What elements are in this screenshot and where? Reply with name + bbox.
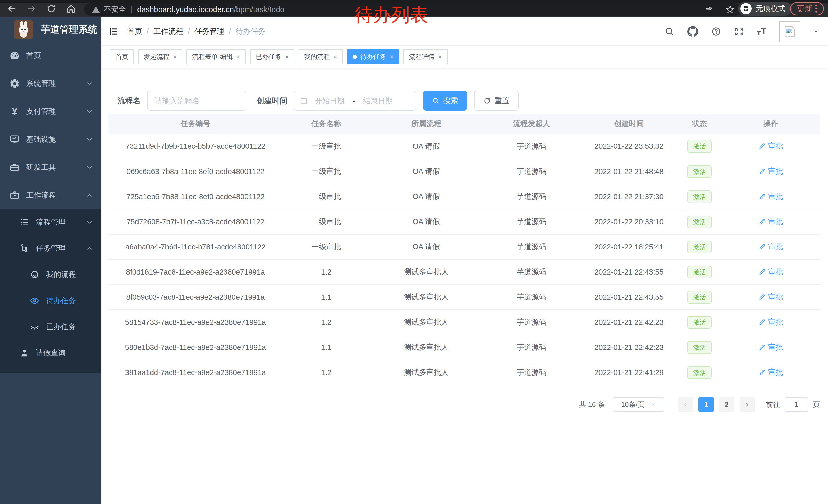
tags-view-tab[interactable]: 首页: [110, 49, 134, 64]
approve-link[interactable]: 审批: [758, 242, 783, 252]
sidebar-fold-icon[interactable]: [108, 27, 119, 37]
table-row: 381aa1dd-7ac8-11ec-a9e2-a2380e71991a1.2测…: [108, 360, 820, 385]
reset-button[interactable]: 重置: [474, 91, 519, 111]
starter-cell: 芋道源码: [483, 310, 580, 335]
sidebar-item-infrastructure[interactable]: 基础设施: [0, 125, 100, 153]
font-size-icon[interactable]: TT: [757, 27, 767, 36]
search-icon[interactable]: [664, 27, 675, 37]
sidebar-logo[interactable]: 芋道管理系统: [0, 17, 100, 42]
sidebar-item-todo-tasks[interactable]: 待办任务: [0, 288, 100, 314]
actions-cell: 审批: [721, 260, 820, 284]
home-icon[interactable]: [66, 4, 76, 13]
page-size-select[interactable]: 10条/页: [613, 397, 664, 412]
fullscreen-icon[interactable]: [734, 27, 744, 37]
sidebar-item-label: 流程管理: [36, 217, 66, 227]
chevron-down-icon: [86, 108, 93, 115]
approve-link[interactable]: 审批: [758, 367, 783, 378]
approve-link[interactable]: 审批: [758, 267, 783, 277]
reload-icon[interactable]: [47, 4, 56, 13]
github-icon[interactable]: [688, 26, 698, 37]
bookmark-star-icon[interactable]: [726, 5, 735, 14]
sidebar-item-system[interactable]: 系统管理: [0, 70, 100, 97]
chevron-down-icon: [86, 164, 93, 171]
help-icon[interactable]: [711, 27, 721, 37]
tags-view-tab[interactable]: 发起流程×: [138, 49, 182, 64]
starter-cell: 芋道源码: [483, 284, 580, 310]
password-key-icon[interactable]: [705, 5, 714, 14]
tags-view-bar: 首页发起流程×流程表单-编辑×已办任务×我的流程×待办任务×流程详情×: [100, 46, 828, 68]
tags-view-tab[interactable]: 流程详情×: [403, 49, 448, 64]
avatar[interactable]: [779, 21, 800, 42]
prev-page-button[interactable]: [678, 397, 693, 412]
sidebar-item-leave-query[interactable]: 请假查询: [0, 340, 100, 366]
process-cell: OA 请假: [370, 159, 483, 184]
logo-rabbit-image: [14, 20, 33, 39]
process-cell: 测试多审批人: [370, 335, 483, 360]
sidebar-item-workflow[interactable]: 工作流程: [0, 181, 100, 209]
breadcrumb-workflow[interactable]: 工作流程: [153, 27, 183, 37]
chevron-up-icon: [86, 192, 93, 199]
search-button[interactable]: 搜索: [423, 91, 467, 111]
close-icon[interactable]: ×: [389, 54, 394, 60]
back-icon[interactable]: [7, 4, 16, 13]
status-badge: 激活: [688, 366, 711, 379]
page-button-1[interactable]: 1: [699, 397, 714, 412]
tags-view-tab[interactable]: 我的流程×: [299, 49, 343, 64]
starter-cell: 芋道源码: [483, 360, 580, 385]
task-name-cell: 一级审批: [283, 184, 370, 209]
browser-chrome: 不安全 dashboard.yudao.iocoder.cn/bpm/task/…: [0, 0, 828, 17]
user-menu-caret-icon[interactable]: [813, 29, 819, 34]
approve-link[interactable]: 审批: [758, 292, 783, 302]
sidebar-item-my-process[interactable]: 我的流程: [0, 262, 100, 288]
approve-link[interactable]: 审批: [758, 166, 783, 177]
pagination: 共 16 条 10条/页 12 前往 页: [108, 397, 820, 412]
sidebar-item-devtools[interactable]: 研发工具: [0, 153, 100, 181]
task-id-cell: 069c6a63-7b8a-11ec-8ef0-acde48001122: [108, 159, 283, 184]
tags-view-tab[interactable]: 已办任务×: [250, 49, 294, 64]
approve-link[interactable]: 审批: [758, 342, 783, 353]
forward-icon[interactable]: [27, 4, 36, 13]
close-icon[interactable]: ×: [285, 54, 289, 60]
tags-view-tab[interactable]: 待办任务×: [347, 49, 399, 64]
sidebar-item-task-management[interactable]: 任务管理: [0, 235, 100, 262]
approve-link[interactable]: 审批: [758, 191, 783, 202]
browser-menu-icon[interactable]: [816, 5, 817, 12]
sidebar-item-process-management[interactable]: 流程管理: [0, 209, 100, 235]
date-range-picker[interactable]: -: [294, 91, 416, 111]
status-badge: 激活: [688, 140, 711, 152]
range-separator: -: [351, 96, 356, 105]
process-name-input[interactable]: [147, 91, 246, 111]
table-row: 73211d9d-7b9b-11ec-b5b7-acde48001122一级审批…: [108, 134, 820, 159]
status-badge: 激活: [688, 291, 711, 304]
start-date-input[interactable]: [309, 96, 350, 105]
close-icon[interactable]: ×: [438, 54, 442, 60]
close-icon[interactable]: ×: [237, 54, 240, 60]
page-jump-input[interactable]: [785, 397, 808, 412]
sidebar-item-payment[interactable]: ¥ 支付管理: [0, 97, 100, 125]
status-cell: 激活: [678, 159, 721, 184]
breadcrumb-task-management[interactable]: 任务管理: [195, 27, 224, 37]
sidebar-item-done-tasks[interactable]: 已办任务: [0, 314, 100, 340]
address-bar[interactable]: 不安全 dashboard.yudao.iocoder.cn/bpm/task/…: [84, 3, 742, 16]
url-host: dashboard.yudao.iocoder.cn: [137, 5, 234, 14]
face-icon: [29, 269, 41, 280]
table-row: 8f0d1619-7ac8-11ec-a9e2-a2380e71991a1.2测…: [108, 260, 820, 284]
approve-link[interactable]: 审批: [758, 217, 783, 227]
sidebar: 芋道管理系统 首页 系统管理 ¥ 支付管理: [0, 17, 100, 504]
close-icon[interactable]: ×: [173, 54, 177, 60]
approve-link[interactable]: 审批: [758, 317, 783, 327]
page-button-2[interactable]: 2: [719, 397, 734, 412]
sidebar-item-home[interactable]: 首页: [0, 42, 100, 70]
approve-link[interactable]: 审批: [758, 141, 783, 151]
table-row: 725a1eb6-7b88-11ec-8ef0-acde48001122一级审批…: [108, 184, 820, 209]
browser-update-button[interactable]: 更新: [790, 2, 824, 15]
status-badge: 激活: [688, 241, 711, 253]
process-cell: 测试多审批人: [370, 360, 483, 385]
tags-view-tab[interactable]: 流程表单-编辑×: [187, 49, 246, 64]
close-icon[interactable]: ×: [333, 54, 337, 60]
security-warning-icon[interactable]: [92, 5, 100, 13]
task-id-cell: 725a1eb6-7b88-11ec-8ef0-acde48001122: [108, 184, 283, 209]
breadcrumb-home[interactable]: 首页: [127, 27, 142, 37]
next-page-button[interactable]: [740, 397, 755, 412]
end-date-input[interactable]: [358, 96, 398, 105]
